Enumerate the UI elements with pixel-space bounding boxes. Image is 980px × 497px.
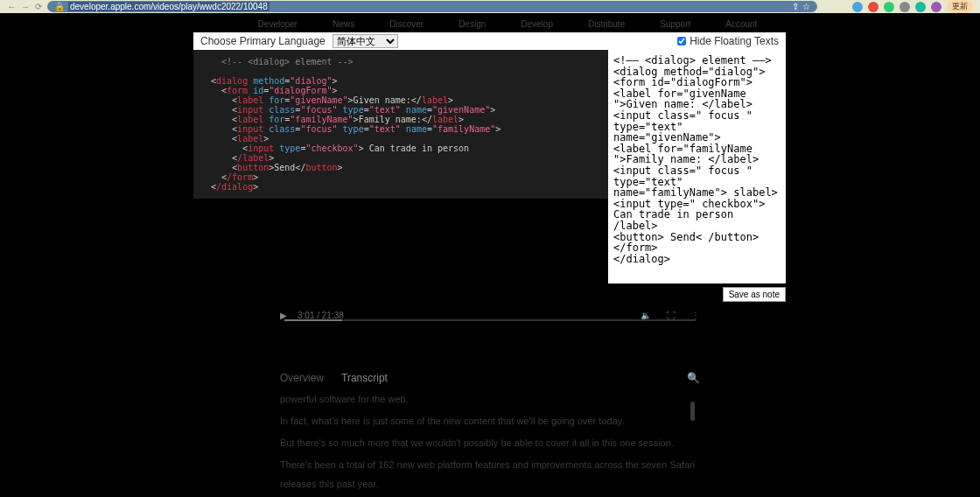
scrollbar-thumb[interactable] bbox=[690, 402, 695, 421]
volume-icon[interactable]: 🔈 bbox=[640, 311, 651, 320]
nav-item[interactable]: Discover bbox=[389, 19, 424, 29]
tab-transcript[interactable]: Transcript bbox=[341, 372, 388, 384]
transcript-line: But there's so much more that we wouldn'… bbox=[280, 433, 700, 452]
language-select[interactable]: 简体中文 bbox=[332, 34, 398, 48]
more-icon[interactable]: ⋮ bbox=[691, 311, 700, 320]
save-as-note-button[interactable]: Save as note bbox=[723, 287, 786, 302]
tab-overview[interactable]: Overview bbox=[280, 372, 324, 384]
extension-icon[interactable] bbox=[884, 2, 894, 12]
video-time: 3:01 / 21:38 bbox=[298, 311, 344, 320]
extension-icon[interactable] bbox=[868, 2, 878, 12]
lock-icon: 🔒 bbox=[54, 2, 65, 11]
nav-item[interactable]: Distribute bbox=[588, 19, 625, 29]
transcript-line: powerful software for the web. bbox=[280, 389, 700, 409]
hide-floating-label: Hide Floating Texts bbox=[690, 35, 779, 47]
nav-item[interactable]: Design bbox=[458, 19, 486, 29]
content-tabs: Overview Transcript 🔍 bbox=[280, 372, 700, 384]
hide-floating-checkbox[interactable]: Hide Floating Texts bbox=[677, 35, 779, 47]
ocr-text-panel[interactable]: <!—— <dialog> element ——> <dialog method… bbox=[608, 50, 786, 284]
nav-item[interactable]: Support bbox=[660, 19, 690, 29]
extension-icon[interactable] bbox=[931, 2, 942, 12]
forward-button[interactable]: → bbox=[21, 2, 30, 11]
video-controls: ▶ 3:01 / 21:38 🔈 ⛶ ⋮ bbox=[280, 302, 700, 328]
video-progress-fill bbox=[284, 319, 342, 321]
nav-item[interactable]: Account bbox=[725, 19, 757, 29]
transcript-content: powerful software for the web. In fact, … bbox=[280, 389, 700, 497]
url-bar[interactable]: 🔒 developer.apple.com/videos/play/wwdc20… bbox=[47, 1, 817, 12]
nav-item[interactable]: Develop bbox=[521, 19, 553, 29]
extension-icon[interactable] bbox=[900, 2, 910, 12]
extensions-area: 更新 bbox=[852, 0, 973, 13]
transcript-line: In fact, what's here is just some of the… bbox=[280, 411, 700, 430]
update-button[interactable]: 更新 bbox=[947, 0, 973, 13]
overlay-header: Choose Primary Language 简体中文 Hide Floati… bbox=[193, 32, 786, 50]
browser-toolbar: ← → ⟳ 🔒 developer.apple.com/videos/play/… bbox=[0, 0, 980, 13]
play-button[interactable]: ▶ bbox=[280, 311, 287, 320]
nav-item[interactable]: News bbox=[332, 19, 354, 29]
search-icon[interactable]: 🔍 bbox=[687, 372, 700, 384]
choose-language-label: Choose Primary Language bbox=[200, 35, 326, 47]
video-progress-bar[interactable] bbox=[284, 319, 696, 321]
page-body: Developer News Discover Design Develop D… bbox=[0, 13, 980, 497]
reload-button[interactable]: ⟳ bbox=[35, 2, 42, 11]
extension-icon[interactable] bbox=[852, 2, 863, 12]
share-icon[interactable]: ⇪ bbox=[792, 2, 799, 11]
url-text: developer.apple.com/videos/play/wwdc2022… bbox=[68, 2, 270, 11]
transcript-line: There's been a total of 162 new web plat… bbox=[280, 455, 700, 494]
fullscreen-icon[interactable]: ⛶ bbox=[667, 311, 676, 320]
back-button[interactable]: ← bbox=[7, 2, 16, 11]
nav-item[interactable]: Developer bbox=[258, 19, 298, 29]
star-icon[interactable]: ☆ bbox=[802, 2, 810, 11]
hide-floating-input[interactable] bbox=[677, 37, 686, 46]
extension-icon[interactable] bbox=[915, 2, 926, 12]
